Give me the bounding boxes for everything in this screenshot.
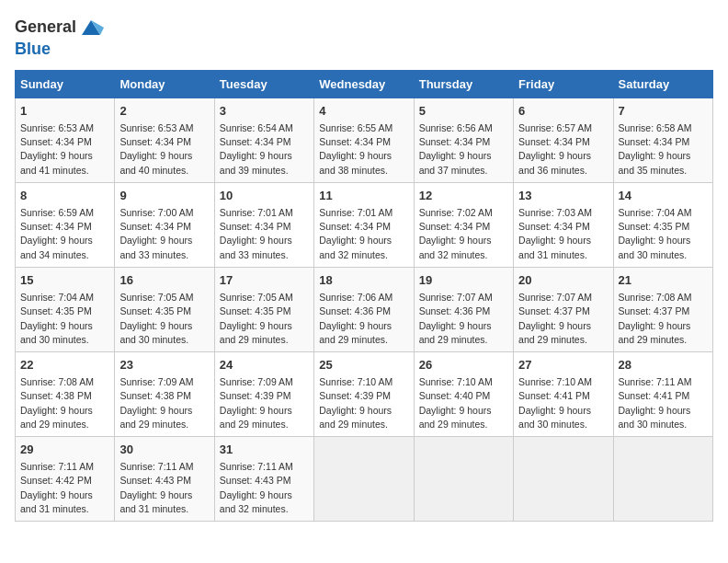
day-cell: 18Sunrise: 7:06 AMSunset: 4:36 PMDayligh…: [314, 267, 414, 351]
day-info: Sunrise: 6:59 AMSunset: 4:34 PMDaylight:…: [20, 207, 94, 260]
day-cell: 4Sunrise: 6:55 AMSunset: 4:34 PMDaylight…: [314, 98, 414, 182]
day-number: 6: [518, 103, 608, 120]
day-cell: 2Sunrise: 6:53 AMSunset: 4:34 PMDaylight…: [115, 98, 214, 182]
logo-general: General: [15, 18, 76, 37]
day-cell: [314, 437, 414, 522]
day-number: 9: [119, 188, 209, 204]
day-cell: [613, 437, 712, 522]
day-number: 20: [518, 272, 608, 289]
day-number: 15: [20, 272, 109, 289]
day-info: Sunrise: 7:10 AMSunset: 4:41 PMDaylight:…: [518, 376, 592, 430]
day-number: 25: [319, 357, 408, 373]
day-cell: 31Sunrise: 7:11 AMSunset: 4:43 PMDayligh…: [214, 437, 313, 522]
day-info: Sunrise: 6:58 AMSunset: 4:34 PMDaylight:…: [619, 122, 692, 176]
day-number: 22: [20, 357, 109, 373]
day-cell: 23Sunrise: 7:09 AMSunset: 4:38 PMDayligh…: [115, 351, 214, 436]
col-header-saturday: Saturday: [613, 70, 712, 98]
day-number: 12: [419, 188, 508, 204]
day-info: Sunrise: 6:56 AMSunset: 4:34 PMDaylight:…: [419, 122, 493, 176]
logo-icon: [78, 15, 104, 40]
day-cell: 22Sunrise: 7:08 AMSunset: 4:38 PMDayligh…: [16, 351, 115, 436]
day-number: 1: [20, 103, 109, 120]
day-cell: 27Sunrise: 7:10 AMSunset: 4:41 PMDayligh…: [514, 351, 613, 436]
day-number: 27: [518, 357, 608, 373]
day-number: 3: [220, 103, 309, 120]
day-number: 31: [220, 442, 309, 458]
day-info: Sunrise: 7:11 AMSunset: 4:43 PMDaylight:…: [119, 461, 193, 514]
day-cell: 26Sunrise: 7:10 AMSunset: 4:40 PMDayligh…: [414, 351, 513, 436]
day-info: Sunrise: 7:09 AMSunset: 4:39 PMDaylight:…: [220, 376, 293, 430]
day-cell: 1Sunrise: 6:53 AMSunset: 4:34 PMDaylight…: [16, 98, 115, 182]
day-info: Sunrise: 7:11 AMSunset: 4:41 PMDaylight:…: [619, 376, 692, 430]
day-info: Sunrise: 6:53 AMSunset: 4:34 PMDaylight:…: [119, 122, 193, 176]
col-header-friday: Friday: [514, 70, 613, 98]
day-info: Sunrise: 7:08 AMSunset: 4:38 PMDaylight:…: [20, 376, 94, 430]
week-row-4: 22Sunrise: 7:08 AMSunset: 4:38 PMDayligh…: [16, 351, 713, 436]
day-cell: 9Sunrise: 7:00 AMSunset: 4:34 PMDaylight…: [115, 182, 214, 267]
day-info: Sunrise: 7:04 AMSunset: 4:35 PMDaylight:…: [619, 207, 692, 260]
day-info: Sunrise: 7:04 AMSunset: 4:35 PMDaylight:…: [20, 292, 94, 345]
day-info: Sunrise: 6:53 AMSunset: 4:34 PMDaylight:…: [20, 122, 94, 176]
day-cell: 10Sunrise: 7:01 AMSunset: 4:34 PMDayligh…: [214, 182, 313, 267]
week-row-2: 8Sunrise: 6:59 AMSunset: 4:34 PMDaylight…: [16, 182, 713, 267]
header: General Blue: [15, 15, 713, 59]
day-number: 28: [619, 357, 708, 373]
day-number: 4: [319, 103, 408, 120]
day-cell: 25Sunrise: 7:10 AMSunset: 4:39 PMDayligh…: [314, 351, 414, 436]
day-cell: [414, 437, 513, 522]
day-cell: 19Sunrise: 7:07 AMSunset: 4:36 PMDayligh…: [414, 267, 513, 351]
day-info: Sunrise: 7:03 AMSunset: 4:34 PMDaylight:…: [518, 207, 592, 260]
day-info: Sunrise: 6:54 AMSunset: 4:34 PMDaylight:…: [220, 122, 293, 176]
day-info: Sunrise: 6:55 AMSunset: 4:34 PMDaylight:…: [319, 122, 392, 176]
day-cell: 6Sunrise: 6:57 AMSunset: 4:34 PMDaylight…: [514, 98, 613, 182]
day-cell: 24Sunrise: 7:09 AMSunset: 4:39 PMDayligh…: [214, 351, 313, 436]
day-number: 8: [20, 188, 109, 204]
day-number: 24: [220, 357, 309, 373]
day-number: 16: [119, 272, 209, 289]
day-cell: 12Sunrise: 7:02 AMSunset: 4:34 PMDayligh…: [414, 182, 513, 267]
day-number: 26: [419, 357, 508, 373]
day-cell: 3Sunrise: 6:54 AMSunset: 4:34 PMDaylight…: [214, 98, 313, 182]
day-number: 7: [619, 103, 708, 120]
day-info: Sunrise: 7:07 AMSunset: 4:36 PMDaylight:…: [419, 292, 493, 345]
day-number: 23: [119, 357, 209, 373]
day-info: Sunrise: 7:10 AMSunset: 4:39 PMDaylight:…: [319, 376, 392, 430]
col-header-tuesday: Tuesday: [214, 70, 313, 98]
logo: General Blue: [15, 15, 104, 59]
day-cell: 13Sunrise: 7:03 AMSunset: 4:34 PMDayligh…: [514, 182, 613, 267]
day-info: Sunrise: 7:00 AMSunset: 4:34 PMDaylight:…: [119, 207, 193, 260]
day-info: Sunrise: 7:11 AMSunset: 4:42 PMDaylight:…: [20, 461, 94, 514]
logo-blue: Blue: [15, 40, 51, 58]
day-cell: 11Sunrise: 7:01 AMSunset: 4:34 PMDayligh…: [314, 182, 414, 267]
day-cell: 29Sunrise: 7:11 AMSunset: 4:42 PMDayligh…: [16, 437, 115, 522]
day-cell: [514, 437, 613, 522]
day-cell: 14Sunrise: 7:04 AMSunset: 4:35 PMDayligh…: [613, 182, 712, 267]
day-number: 29: [20, 442, 109, 458]
day-info: Sunrise: 7:07 AMSunset: 4:37 PMDaylight:…: [518, 292, 592, 345]
day-info: Sunrise: 7:02 AMSunset: 4:34 PMDaylight:…: [419, 207, 493, 260]
day-number: 17: [220, 272, 309, 289]
col-header-thursday: Thursday: [414, 70, 513, 98]
day-info: Sunrise: 7:05 AMSunset: 4:35 PMDaylight:…: [119, 292, 193, 345]
day-info: Sunrise: 7:10 AMSunset: 4:40 PMDaylight:…: [419, 376, 493, 430]
day-cell: 17Sunrise: 7:05 AMSunset: 4:35 PMDayligh…: [214, 267, 313, 351]
day-number: 11: [319, 188, 408, 204]
day-number: 30: [119, 442, 209, 458]
day-cell: 28Sunrise: 7:11 AMSunset: 4:41 PMDayligh…: [613, 351, 712, 436]
day-cell: 5Sunrise: 6:56 AMSunset: 4:34 PMDaylight…: [414, 98, 513, 182]
day-number: 2: [119, 103, 209, 120]
day-number: 10: [220, 188, 309, 204]
day-cell: 15Sunrise: 7:04 AMSunset: 4:35 PMDayligh…: [16, 267, 115, 351]
week-row-1: 1Sunrise: 6:53 AMSunset: 4:34 PMDaylight…: [16, 98, 713, 182]
day-number: 18: [319, 272, 408, 289]
col-header-monday: Monday: [115, 70, 214, 98]
day-info: Sunrise: 7:01 AMSunset: 4:34 PMDaylight:…: [220, 207, 293, 260]
day-info: Sunrise: 7:06 AMSunset: 4:36 PMDaylight:…: [319, 292, 392, 345]
calendar-table: SundayMondayTuesdayWednesdayThursdayFrid…: [15, 70, 713, 522]
week-row-5: 29Sunrise: 7:11 AMSunset: 4:42 PMDayligh…: [16, 437, 713, 522]
day-cell: 21Sunrise: 7:08 AMSunset: 4:37 PMDayligh…: [613, 267, 712, 351]
header-row: SundayMondayTuesdayWednesdayThursdayFrid…: [16, 70, 713, 98]
day-info: Sunrise: 7:05 AMSunset: 4:35 PMDaylight:…: [220, 292, 293, 345]
day-info: Sunrise: 7:09 AMSunset: 4:38 PMDaylight:…: [119, 376, 193, 430]
day-info: Sunrise: 7:08 AMSunset: 4:37 PMDaylight:…: [619, 292, 692, 345]
